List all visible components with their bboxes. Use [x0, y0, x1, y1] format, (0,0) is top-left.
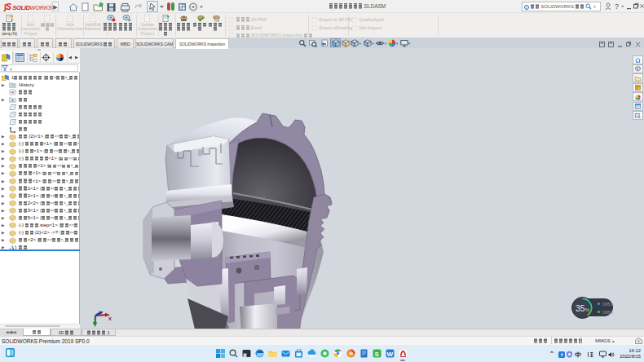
svg-text:S: S: [374, 351, 379, 358]
svg-text:A: A: [11, 99, 14, 103]
svg-text:W: W: [386, 351, 393, 358]
svg-text:?: ?: [615, 2, 619, 11]
